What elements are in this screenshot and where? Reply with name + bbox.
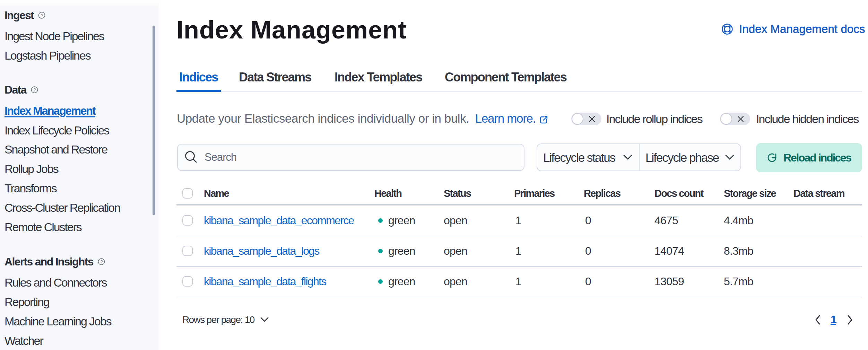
svg-text:?: ? [33, 88, 36, 93]
svg-text:?: ? [101, 260, 103, 264]
svg-text:?: ? [41, 13, 43, 18]
